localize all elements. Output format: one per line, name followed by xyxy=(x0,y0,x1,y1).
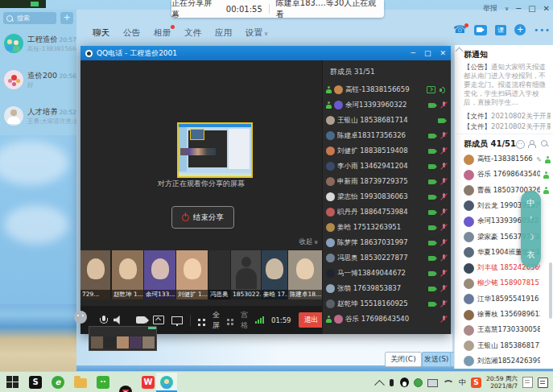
call-close-button[interactable]: ✕ xyxy=(440,49,446,57)
call-member-row[interactable]: 余珂13393960322 xyxy=(326,97,448,113)
ime-night-mode-icon[interactable]: ☽ xyxy=(527,233,534,241)
video-thumbnail[interactable]: 赵乾坤 1... xyxy=(112,250,143,299)
group-member-row[interactable]: 江华18595541916 xyxy=(464,292,551,307)
tab-应用[interactable]: 应用 xyxy=(215,27,232,39)
call-member-row[interactable]: 谷乐 17698643540 xyxy=(326,312,448,327)
ie-browser-icon[interactable]: e xyxy=(52,376,64,389)
collapse-thumbnails-button[interactable]: 收起 » xyxy=(299,237,319,247)
invite-member-icon[interactable] xyxy=(528,140,535,147)
report-caret-icon[interactable]: ∨ xyxy=(505,6,509,12)
exit-call-button[interactable]: 退出 xyxy=(299,312,324,328)
call-member-row[interactable]: 陈建卓18317356326 xyxy=(326,128,448,143)
call-member-row[interactable]: 刘健扩 18838519408 xyxy=(326,143,448,159)
group-member-row[interactable]: 刘浩湘18524263990 xyxy=(464,354,551,369)
whiteboard-icon[interactable] xyxy=(171,316,183,324)
call-title-bar[interactable]: QQ电话 - 工程造价2001 xyxy=(80,46,451,60)
video-thumbnail[interactable]: 1853022... xyxy=(231,250,261,299)
tray-360-icon[interactable] xyxy=(414,378,423,387)
video-thumbnail[interactable]: 余珂133... xyxy=(144,250,175,299)
tab-公告[interactable]: 公告 xyxy=(123,27,140,39)
search-input[interactable] xyxy=(15,14,54,23)
call-member-row[interactable]: 张萌 17639853837 xyxy=(326,281,448,296)
sticky-notes-icon[interactable] xyxy=(522,377,533,388)
call-member-row[interactable]: 陈梦萍 18637031997 xyxy=(326,235,448,250)
more-menu-icon[interactable]: ••• xyxy=(534,26,551,35)
chat-list-item[interactable]: 人才培养方20:52王勇:大家请注意:前期… xyxy=(0,98,76,134)
input-language-indicator[interactable]: 中 xyxy=(459,378,466,388)
wechat-icon[interactable]: ·· xyxy=(97,376,109,389)
edit-card-icon[interactable]: ✎ xyxy=(536,156,542,163)
call-member-row[interactable]: 申新雨 18739729375 xyxy=(326,174,448,189)
group-member-row[interactable]: 王嘉慧17303300589 xyxy=(464,323,551,337)
start-button[interactable] xyxy=(6,376,19,389)
file-explorer-icon[interactable] xyxy=(74,378,87,388)
tab-设置[interactable]: 设置∨ xyxy=(246,27,268,39)
ime-lang-indicator[interactable]: 中 xyxy=(527,199,535,207)
group-member-row[interactable]: 王银山 18538681714 xyxy=(464,339,551,353)
send-button[interactable]: 发送(S) xyxy=(422,352,451,367)
voice-call-icon[interactable]: ☎ xyxy=(453,25,466,35)
group-gift-icon[interactable] xyxy=(516,140,525,149)
wps-icon[interactable]: W xyxy=(142,376,155,389)
chat-list-item[interactable]: 工程造价20020:57高钰-13838156659:… xyxy=(0,26,76,61)
call-maximize-button[interactable]: □ xyxy=(424,49,431,57)
search-box[interactable] xyxy=(3,12,56,24)
sogou-ime-bar[interactable]: 中’☽衣 xyxy=(521,191,541,267)
qq-active-window-icon[interactable] xyxy=(160,376,173,389)
maximize-button[interactable]: □ xyxy=(528,4,535,13)
video-thumbnail[interactable]: 729... xyxy=(80,250,110,299)
panel-collapse-icon[interactable] xyxy=(456,47,464,56)
call-member-row[interactable]: 冯思奥 18530227877 xyxy=(326,250,448,266)
sogou-tray-icon[interactable]: S xyxy=(471,378,481,388)
video-thumbnail[interactable]: 刘健扩 1... xyxy=(176,250,208,299)
mic-toggle-icon[interactable] xyxy=(101,316,106,325)
screen-share-icon[interactable] xyxy=(153,316,164,324)
black-app-icon[interactable]: S xyxy=(29,376,42,389)
ime-skin-icon[interactable]: 衣 xyxy=(527,251,535,259)
call-minimize-button[interactable]: ─ xyxy=(411,49,415,57)
group-member-row[interactable]: 柳少铭 15890781577 xyxy=(464,276,551,291)
group-file-item[interactable]: 【文件】20210802关于开展第... xyxy=(464,122,551,132)
tab-聊天[interactable]: 聊天 xyxy=(93,27,109,39)
video-thumbnail[interactable]: 陈建卓18... xyxy=(288,250,322,299)
call-member-row[interactable]: 赵乾坤 15518160925 xyxy=(326,296,448,312)
call-member-row[interactable]: 王银山 18538681714 xyxy=(326,113,448,128)
minimize-button[interactable]: ─ xyxy=(516,4,521,13)
group-member-row[interactable]: 谷乐 17698643540 xyxy=(464,167,551,182)
camera-toggle-icon[interactable] xyxy=(136,316,146,324)
grid-view-label[interactable]: 宫格 xyxy=(241,310,248,331)
tray-mic-icon[interactable] xyxy=(390,379,394,386)
add-button[interactable]: + xyxy=(60,12,73,24)
call-member-row[interactable]: 姜晗 17513263951 xyxy=(326,220,448,235)
tray-pc-icon[interactable] xyxy=(427,379,438,387)
chat-list-item[interactable]: 造价2001谷20:56好 xyxy=(0,62,76,97)
close-chat-button[interactable]: 关闭(C) xyxy=(385,352,422,367)
member-search-icon[interactable] xyxy=(541,140,547,146)
video-thumbnail[interactable]: 姜晗 17... xyxy=(262,250,287,299)
tray-qq-icon[interactable] xyxy=(400,378,409,387)
group-announcement[interactable]: 【公告】通知大家明天报道都从南门进入学校报到，不要走北门。报道流程有细微变化，学… xyxy=(464,63,547,107)
call-member-row[interactable]: 李小雨 13462941204 xyxy=(326,159,448,174)
tab-文件[interactable]: 文件 xyxy=(184,27,201,39)
clock[interactable]: 20:59 周六2021/8/7 xyxy=(486,375,518,390)
ime-symbol-icon[interactable]: ’ xyxy=(530,217,532,225)
group-member-row[interactable]: 高钰-1383815665✎ xyxy=(464,152,551,167)
call-member-row[interactable]: 马一博13849044672 xyxy=(326,266,448,281)
call-member-row[interactable]: 高钰-13838156659 xyxy=(326,82,448,97)
scrollbar-thumb[interactable] xyxy=(549,262,552,319)
call-member-row[interactable]: 梁志怡 19930836063 xyxy=(326,189,448,204)
group-file-item[interactable]: 【文件】20210802关于开展第... xyxy=(464,112,551,122)
speaker-toggle-icon[interactable] xyxy=(113,316,122,324)
close-button[interactable]: ✕ xyxy=(543,4,550,13)
report-button[interactable]: 举报 xyxy=(483,3,497,14)
video-mini-popup[interactable] xyxy=(89,326,157,351)
fullscreen-icon[interactable] xyxy=(198,319,200,321)
qplus-icon[interactable]: + xyxy=(514,24,526,35)
grid-view-icon[interactable] xyxy=(227,319,229,321)
online-class-icon[interactable]: 课 xyxy=(495,25,506,35)
video-thumbnail[interactable]: 冯恩奥 xyxy=(208,250,230,299)
group-member-row[interactable]: 徐菁枝 13569896137 xyxy=(464,307,551,322)
call-member-row[interactable]: 职丹丹 18864753984 xyxy=(326,204,448,220)
tray-expand-icon[interactable] xyxy=(374,379,385,390)
action-center-icon[interactable] xyxy=(538,378,548,388)
